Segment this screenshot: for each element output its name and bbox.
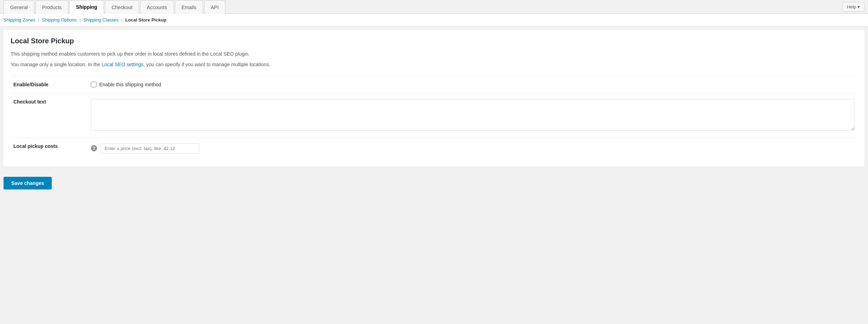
price-input-row: ?	[91, 143, 855, 154]
tab-api[interactable]: API	[204, 0, 226, 14]
description-1: This shipping method enables customers t…	[11, 50, 857, 58]
description-2-after: , you can specify if you want to manage …	[144, 62, 270, 67]
tab-accounts[interactable]: Accounts	[140, 0, 174, 14]
enable-checkbox[interactable]	[91, 82, 96, 87]
settings-table: Enable/Disable Enable this shipping meth…	[11, 76, 857, 159]
enable-label: Enable/Disable	[11, 76, 88, 93]
sep-3: |	[121, 17, 122, 23]
sep-1: |	[38, 17, 39, 23]
enable-checkbox-row: Enable this shipping method	[91, 82, 855, 87]
subnav-shipping-zones[interactable]: Shipping Zones	[4, 17, 35, 23]
checkout-text-input[interactable]	[91, 99, 855, 131]
subnav-shipping-classes[interactable]: Shipping Classes	[83, 17, 119, 23]
enable-row: Enable/Disable Enable this shipping meth…	[11, 76, 857, 93]
help-button[interactable]: Help ▾	[842, 2, 864, 12]
help-icon[interactable]: ?	[91, 145, 97, 151]
local-pickup-costs-row: Local pickup costs ?	[11, 137, 857, 159]
page-title: Local Store Pickup	[11, 37, 857, 45]
tab-products[interactable]: Products	[36, 0, 68, 14]
tab-checkout[interactable]: Checkout	[105, 0, 139, 14]
local-pickup-costs-label: Local pickup costs	[11, 137, 88, 159]
tab-general[interactable]: General	[4, 0, 34, 14]
sep-2: |	[80, 17, 81, 23]
local-seo-settings-link[interactable]: Local SEO settings	[102, 62, 144, 67]
sub-nav: Shipping Zones | Shipping Options | Ship…	[0, 14, 868, 26]
enable-checkbox-label: Enable this shipping method	[99, 82, 161, 87]
tab-shipping[interactable]: Shipping	[69, 0, 104, 14]
subnav-shipping-options[interactable]: Shipping Options	[42, 17, 77, 23]
checkout-text-row: Checkout text	[11, 93, 857, 137]
description-2: You manage only a single location. In th…	[11, 61, 857, 68]
subnav-current: Local Store Pickup	[125, 17, 166, 23]
save-changes-button[interactable]: Save changes	[4, 177, 52, 189]
description-2-before: You manage only a single location. In th…	[11, 62, 102, 67]
local-pickup-costs-input[interactable]	[101, 143, 199, 154]
checkout-text-label: Checkout text	[11, 93, 88, 137]
content-area: Local Store Pickup This shipping method …	[4, 30, 864, 166]
tab-emails[interactable]: Emails	[175, 0, 203, 14]
top-bar: General Products Shipping Checkout Accou…	[0, 0, 868, 14]
